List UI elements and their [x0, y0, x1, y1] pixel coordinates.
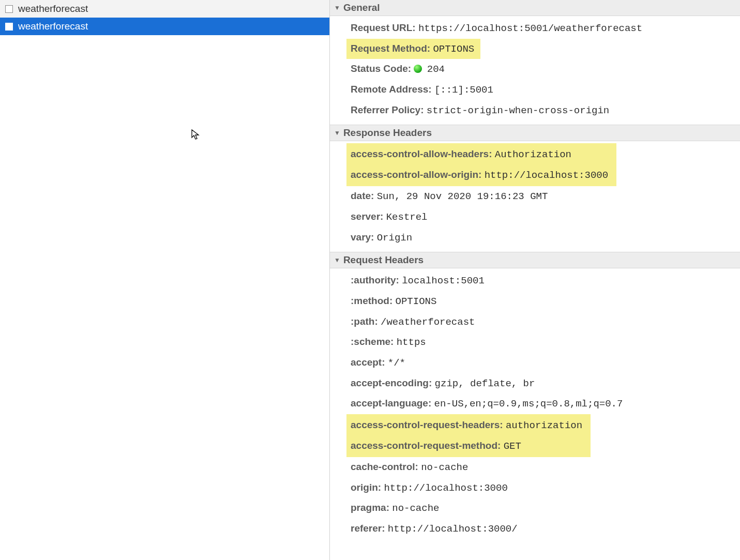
value: strict-origin-when-cross-origin — [427, 105, 609, 116]
header-row: accept: */* — [351, 353, 740, 373]
network-panel: weatherforecast weatherforecast ▼ Genera… — [0, 0, 740, 560]
section-title-text: Request Headers — [343, 254, 424, 266]
header-row: accept-language: en-US,en;q=0.9,ms;q=0.8… — [351, 393, 740, 414]
header-value: http://localhost:3000 — [384, 482, 507, 494]
header-key: access-control-request-headers: — [351, 419, 503, 430]
caret-down-icon: ▼ — [334, 4, 340, 11]
general-body: Request URL: https://localhost:5001/weat… — [330, 16, 740, 125]
header-value: OPTIONS — [396, 296, 437, 307]
label: Remote Address: — [351, 84, 432, 95]
header-value: */* — [388, 357, 405, 369]
request-name: weatherforecast — [18, 21, 88, 32]
headers-panel: ▼ General Request URL: https://localhost… — [330, 0, 740, 560]
header-key: server: — [351, 211, 383, 222]
header-key: cache-control: — [351, 461, 418, 472]
label: Request Method: — [351, 43, 430, 54]
header-value: http://localhost:3000/ — [388, 523, 518, 535]
header-value: http://localhost:3000 — [485, 170, 608, 181]
header-value: no-cache — [421, 462, 468, 473]
value: 204 — [427, 64, 445, 75]
header-value: GET — [504, 441, 521, 452]
header-row: cache-control: no-cache — [351, 457, 740, 478]
value: OPTIONS — [433, 43, 474, 55]
header-key: origin: — [351, 482, 381, 493]
header-value: /weatherforecast — [381, 316, 475, 328]
header-row: accept-encoding: gzip, deflate, br — [351, 373, 740, 394]
header-row: :scheme: https — [351, 332, 740, 353]
caret-down-icon: ▼ — [334, 129, 340, 137]
header-value: gzip, deflate, br — [435, 378, 535, 389]
header-row: :path: /weatherforecast — [351, 312, 740, 332]
header-value: no-cache — [392, 503, 439, 514]
header-row: :authority: localhost:5001 — [351, 270, 740, 291]
header-value: Origin — [377, 232, 412, 244]
header-row: :method: OPTIONS — [351, 291, 740, 312]
header-key: referer: — [351, 523, 385, 534]
header-value: Authorization — [495, 149, 571, 160]
header-row: date: Sun, 29 Nov 2020 19:16:23 GMT — [351, 186, 740, 207]
header-value: authorization — [506, 420, 582, 431]
hl-group: access-control-allow-headers: Authorizat… — [351, 143, 740, 186]
header-row: referer: http://localhost:3000/ — [351, 519, 740, 539]
request-list: weatherforecast weatherforecast — [0, 0, 330, 560]
general-status-code: Status Code: 204 — [351, 59, 740, 80]
section-title-text: Response Headers — [343, 127, 432, 139]
header-key: accept-language: — [351, 398, 431, 408]
header-row: access-control-request-headers: authoriz… — [351, 415, 582, 436]
header-key: :method: — [351, 295, 392, 306]
label: Referrer Policy: — [351, 104, 424, 115]
header-value: en-US,en;q=0.9,ms;q=0.8,ml;q=0.7 — [434, 398, 623, 410]
header-value: Sun, 29 Nov 2020 19:16:23 GMT — [377, 191, 548, 202]
mouse-cursor-icon — [191, 129, 200, 141]
hl-group: access-control-request-headers: authoriz… — [351, 414, 740, 457]
header-key: accept: — [351, 357, 385, 368]
header-value: https — [397, 337, 426, 348]
caret-down-icon: ▼ — [334, 256, 340, 264]
general-remote-address: Remote Address: [::1]:5001 — [351, 80, 740, 100]
section-request-headers[interactable]: ▼ Request Headers — [330, 252, 740, 268]
request-row-selected[interactable]: weatherforecast — [0, 18, 329, 35]
header-key: access-control-allow-origin: — [351, 169, 481, 180]
header-key: :authority: — [351, 275, 399, 285]
value: https://localhost:5001/weatherforecast — [418, 23, 642, 34]
header-value: localhost:5001 — [402, 275, 485, 286]
header-value: Kestrel — [386, 211, 428, 223]
header-row: vary: Origin — [351, 228, 740, 248]
request-name: weatherforecast — [18, 3, 88, 14]
header-key: accept-encoding: — [351, 377, 432, 388]
general-request-url: Request URL: https://localhost:5001/weat… — [351, 18, 740, 39]
document-icon — [5, 5, 13, 13]
section-general[interactable]: ▼ General — [330, 0, 740, 16]
header-key: :scheme: — [351, 336, 394, 347]
header-row: pragma: no-cache — [351, 498, 740, 519]
label: Request URL: — [351, 22, 416, 33]
header-key: date: — [351, 190, 374, 201]
general-referrer-policy: Referrer Policy: strict-origin-when-cros… — [351, 100, 740, 121]
header-row: access-control-request-method: GET — [351, 436, 582, 457]
document-icon — [5, 23, 13, 31]
header-key: access-control-request-method: — [351, 440, 501, 451]
value: [::1]:5001 — [434, 84, 493, 96]
request-row[interactable]: weatherforecast — [0, 0, 329, 18]
label: Status Code: — [351, 63, 411, 74]
header-key: access-control-allow-headers: — [351, 148, 492, 159]
section-response-headers[interactable]: ▼ Response Headers — [330, 125, 740, 141]
header-row: access-control-allow-headers: Authorizat… — [351, 144, 608, 165]
header-row: access-control-allow-origin: http://loca… — [351, 165, 608, 186]
section-title-text: General — [343, 2, 380, 13]
header-key: :path: — [351, 316, 378, 327]
general-request-method: Request Method: OPTIONS — [351, 39, 740, 59]
status-dot-icon — [414, 65, 422, 73]
header-key: vary: — [351, 232, 374, 243]
header-row: server: Kestrel — [351, 207, 740, 228]
request-headers-body: :authority: localhost:5001 :method: OPTI… — [330, 268, 740, 543]
header-row: origin: http://localhost:3000 — [351, 478, 740, 498]
response-headers-body: access-control-allow-headers: Authorizat… — [330, 141, 740, 252]
header-key: pragma: — [351, 502, 389, 513]
